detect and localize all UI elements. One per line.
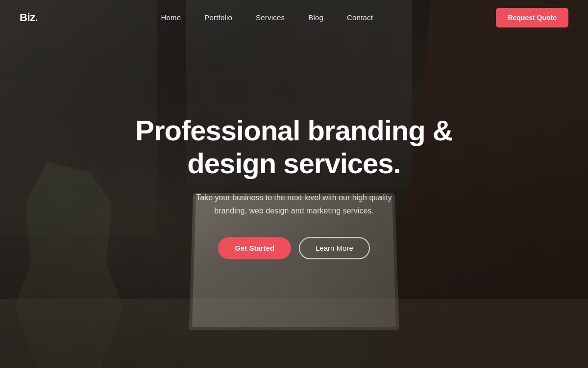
- nav-services[interactable]: Services: [256, 13, 285, 22]
- nav-blog[interactable]: Blog: [308, 13, 323, 22]
- nav-home[interactable]: Home: [161, 13, 181, 22]
- navbar: Biz. Home Portfolio Services Blog Contac…: [0, 0, 588, 35]
- nav-links: Home Portfolio Services Blog Contact: [161, 13, 373, 22]
- hero-buttons: Get Started Learn More: [122, 237, 466, 259]
- nav-portfolio[interactable]: Portfolio: [204, 13, 232, 22]
- learn-more-button[interactable]: Learn More: [299, 237, 370, 259]
- nav-contact[interactable]: Contact: [347, 13, 373, 22]
- hero-title: Professional branding & design services.: [122, 114, 466, 180]
- hero-subtitle: Take your business to the next level wit…: [191, 192, 397, 218]
- hero-section: Biz. Home Portfolio Services Blog Contac…: [0, 0, 588, 368]
- logo[interactable]: Biz.: [20, 11, 38, 24]
- get-started-button[interactable]: Get Started: [218, 237, 291, 259]
- hero-title-line1: Professional branding &: [135, 114, 452, 146]
- hero-title-line2: design services.: [187, 147, 400, 179]
- request-quote-button[interactable]: Request Quote: [496, 8, 568, 27]
- hero-content: Professional branding & design services.…: [122, 114, 466, 259]
